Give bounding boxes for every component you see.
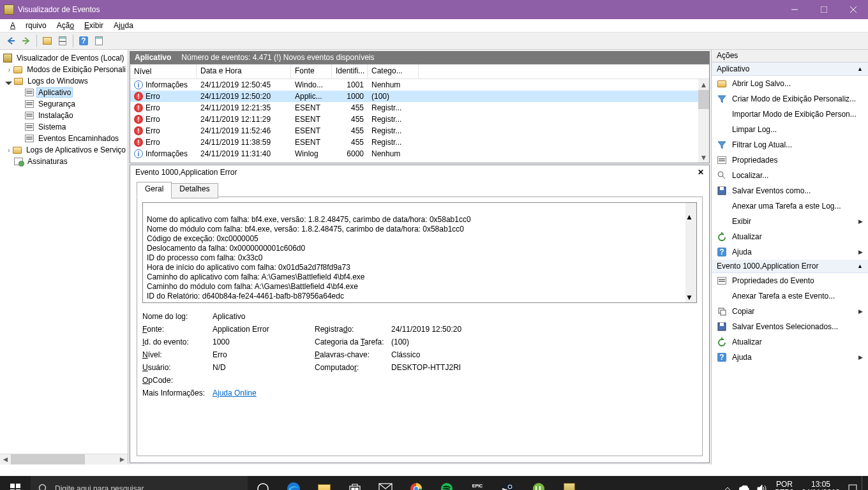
- save-icon: [717, 186, 727, 196]
- action-item[interactable]: Salvar Eventos como...: [712, 183, 868, 198]
- event-row[interactable]: !Erro24/11/2019 11:52:46ESENT455Registr.…: [130, 125, 709, 137]
- menubar: Arquivo Ação Exibir Ajuda: [0, 19, 868, 32]
- action-item[interactable]: Salvar Eventos Selecionados...: [712, 319, 868, 334]
- action-item[interactable]: Atualizar: [712, 334, 868, 350]
- explorer-icon[interactable]: [309, 476, 340, 490]
- event-list: Nível Data e Hora Fonte Identifi... Cate…: [130, 64, 710, 163]
- menu-view[interactable]: Exibir: [79, 20, 108, 31]
- chrome-icon[interactable]: [401, 476, 431, 490]
- tree-custom-views[interactable]: ›Modos de Exibição Personali: [0, 64, 128, 75]
- list-vscroll[interactable]: ▲▼: [698, 79, 709, 163]
- tray-language[interactable]: PORPTB2: [771, 480, 798, 490]
- store-icon[interactable]: [340, 476, 370, 490]
- properties-button[interactable]: [56, 34, 70, 48]
- tree-app-services[interactable]: ›Logs de Aplicativos e Serviço: [0, 144, 128, 156]
- action-item[interactable]: Localizar...: [712, 168, 868, 183]
- event-row[interactable]: iInformações24/11/2019 12:50:45Windo...1…: [130, 79, 709, 91]
- online-help-link[interactable]: Ajuda Online: [213, 389, 257, 397]
- log-header: Aplicativo Número de eventos: 4.471 (!) …: [130, 51, 710, 64]
- properties2-button[interactable]: [92, 34, 106, 48]
- event-row[interactable]: !Erro24/11/2019 12:21:35ESENT455Registr.…: [130, 102, 709, 114]
- action-item[interactable]: Propriedades do Evento: [712, 273, 868, 288]
- msg-vscroll[interactable]: ▲▼: [685, 203, 696, 302]
- event-properties: Nome do log:Aplicativo Fonte:Application…: [142, 312, 697, 397]
- menu-help[interactable]: Ajuda: [108, 20, 138, 31]
- utorrent-icon[interactable]: [523, 476, 554, 490]
- action-item[interactable]: Filtrar Log Atual...: [712, 137, 868, 152]
- action-item[interactable]: Anexar uma Tarefa a este Log...: [712, 198, 868, 214]
- steam-icon[interactable]: [493, 476, 523, 490]
- tray-notifications-icon[interactable]: [844, 476, 862, 490]
- action-item[interactable]: Limpar Log...: [712, 122, 868, 137]
- svg-rect-0: [821, 6, 827, 13]
- eventviewer-taskbar-icon[interactable]: [554, 476, 585, 490]
- event-row[interactable]: !Erro24/11/2019 11:38:59ESENT455Registr.…: [130, 137, 709, 148]
- cortana-icon[interactable]: [248, 476, 278, 490]
- action-item[interactable]: ?Ajuda▶: [712, 350, 868, 365]
- event-row[interactable]: iInformações24/11/2019 11:31:40Winlog600…: [130, 148, 709, 160]
- tree-windows-logs[interactable]: ◢Logs do Windows: [0, 75, 128, 87]
- search-icon: [38, 484, 49, 490]
- tray-chevron-icon[interactable]: [720, 476, 735, 490]
- maximize-button[interactable]: [809, 0, 839, 19]
- action-item[interactable]: Propriedades: [712, 152, 868, 168]
- tree-root[interactable]: Visualizador de Eventos (Local): [0, 52, 128, 64]
- action-item[interactable]: Criar Modo de Exibição Personaliz...: [712, 91, 868, 107]
- action-item[interactable]: ?Ajuda▶: [712, 244, 868, 260]
- info-icon: i: [134, 80, 143, 89]
- event-row[interactable]: !Erro24/11/2019 12:11:29ESENT455Registr.…: [130, 114, 709, 125]
- svg-rect-5: [721, 310, 726, 315]
- center-pane: Aplicativo Número de eventos: 4.471 (!) …: [128, 50, 711, 464]
- detail-close-button[interactable]: ✕: [698, 168, 704, 177]
- forward-button[interactable]: [19, 34, 33, 48]
- show-tree-button[interactable]: [40, 34, 54, 48]
- action-item[interactable]: Copiar▶: [712, 304, 868, 319]
- action-item[interactable]: Abrir Log Salvo...: [712, 76, 868, 91]
- navigation-tree: Visualizador de Eventos (Local) ›Modos d…: [0, 50, 128, 464]
- tree-subscriptions[interactable]: Assinaturas: [0, 156, 128, 167]
- event-row[interactable]: !Erro24/11/2019 12:50:20Applic...1000(10…: [130, 91, 709, 102]
- tree-hscroll[interactable]: ◄►: [0, 454, 128, 464]
- help-icon: ?: [717, 352, 727, 362]
- properties-icon: [717, 155, 727, 165]
- back-button[interactable]: [4, 34, 18, 48]
- action-item[interactable]: Exibir▶: [712, 214, 868, 229]
- action-item[interactable]: Importar Modo de Exibição Person...: [712, 107, 868, 122]
- tree-setup[interactable]: Instalação: [0, 110, 128, 121]
- menu-action[interactable]: Ação: [52, 20, 79, 31]
- action-item[interactable]: Atualizar: [712, 229, 868, 244]
- close-button[interactable]: [839, 0, 868, 19]
- spotify-icon[interactable]: [431, 476, 462, 490]
- epic-icon[interactable]: EPIC: [462, 476, 493, 490]
- svg-point-1: [718, 172, 723, 177]
- tree-application[interactable]: Aplicativo: [0, 87, 128, 98]
- svg-rect-7: [720, 323, 724, 326]
- event-list-header[interactable]: Nível Data e Hora Fonte Identifi... Cate…: [130, 64, 709, 79]
- menu-file[interactable]: Arquivo: [5, 20, 52, 31]
- taskbar-search[interactable]: Digite aqui para pesquisar: [31, 476, 248, 490]
- action-icon: [717, 109, 727, 119]
- svg-rect-27: [849, 485, 857, 490]
- help-button[interactable]: ?: [77, 34, 91, 48]
- tree-system[interactable]: Sistema: [0, 121, 128, 133]
- tray-volume-icon[interactable]: [753, 476, 771, 490]
- action-item[interactable]: Anexar Tarefa a este Evento...: [712, 288, 868, 304]
- start-button[interactable]: [0, 476, 31, 490]
- actions-group-event[interactable]: Evento 1000,Application Error▲: [712, 260, 868, 273]
- error-icon: !: [134, 126, 143, 135]
- tray-onedrive-icon[interactable]: [735, 476, 753, 490]
- filter-icon: [717, 140, 727, 150]
- minimize-button[interactable]: [780, 0, 809, 19]
- edge-icon[interactable]: [278, 476, 309, 490]
- tree-security[interactable]: Segurança: [0, 98, 128, 110]
- tab-general[interactable]: Geral: [137, 182, 172, 197]
- actions-group-app[interactable]: Aplicativo▲: [712, 63, 868, 76]
- show-desktop-button[interactable]: [862, 476, 865, 490]
- action-icon: [717, 216, 727, 226]
- tray-clock[interactable]: 13:0524/11/2019: [798, 480, 844, 490]
- open-icon: [717, 78, 727, 89]
- tab-details[interactable]: Detalhes: [171, 183, 218, 198]
- tree-forwarded[interactable]: Eventos Encaminhados: [0, 133, 128, 144]
- mail-icon[interactable]: [370, 476, 401, 490]
- error-icon: !: [134, 92, 143, 101]
